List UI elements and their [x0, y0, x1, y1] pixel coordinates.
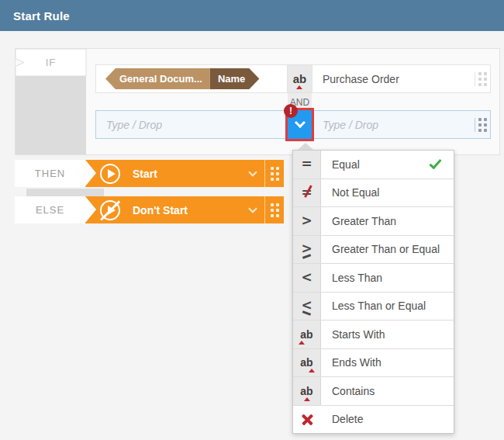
start-rule-editor: Start Rule IF General Docum... Name ab P… [0, 0, 504, 440]
else-label: ELSE [15, 196, 85, 223]
menu-item-greater-than[interactable]: > Greater Than [293, 206, 454, 235]
then-action-label: Start [133, 168, 157, 180]
dont-start-icon [100, 200, 120, 220]
then-label: THEN [15, 160, 85, 187]
less-than-icon: < [301, 271, 312, 284]
else-arrow [85, 196, 96, 223]
chevron-down-icon [294, 117, 305, 128]
if-label: IF [15, 48, 87, 77]
tag-source: General Docum... [105, 68, 210, 89]
menu-item-equal[interactable]: = Equal [293, 151, 454, 178]
drag-handle[interactable] [265, 196, 284, 223]
drag-handle[interactable] [265, 160, 284, 187]
greater-than-or-equal-icon: > [301, 242, 312, 258]
drag-handle[interactable] [475, 72, 490, 86]
condition1-value[interactable]: Purchase Order [312, 73, 475, 85]
then-action-bar[interactable]: Start [85, 160, 284, 187]
greater-than-icon: > [301, 214, 312, 227]
delete-icon [301, 413, 314, 426]
drag-handle[interactable] [475, 118, 490, 132]
contains-icon: ab [293, 73, 307, 85]
condition-row-1: General Docum... Name ab Purchase Order [95, 64, 491, 93]
condition1-right-field[interactable]: Purchase Order [312, 64, 491, 93]
condition1-left-field[interactable]: General Docum... Name [95, 64, 288, 93]
error-badge-icon: ! [284, 104, 298, 118]
then-arrow [85, 160, 96, 186]
if-left-rail [16, 76, 86, 154]
if-tab: IF [15, 48, 87, 77]
menu-item-contains[interactable]: ab Contains [293, 376, 454, 405]
drag-dots-icon [478, 72, 487, 86]
start-play-icon [100, 164, 120, 184]
menu-item-less-than-or-equal[interactable]: < Less Than or Equal [293, 292, 454, 320]
starts-with-icon: ab [300, 329, 312, 340]
menu-item-less-than[interactable]: < Less Than [293, 263, 454, 292]
menu-caret-icon [298, 143, 313, 150]
tag-property: Name [210, 68, 259, 89]
header-bar: Start Rule [0, 0, 504, 31]
condition2-left-field[interactable]: Type / Drop [95, 110, 288, 139]
field-tag[interactable]: General Docum... Name [105, 68, 259, 89]
menu-item-greater-than-or-equal[interactable]: > Greater Than or Equal [293, 235, 454, 264]
condition2-right-field[interactable]: Type / Drop [312, 110, 491, 139]
contains-icon: ab [300, 386, 312, 397]
menu-item-ends-with[interactable]: ab Ends With [293, 348, 454, 377]
drag-dots-icon [478, 118, 487, 132]
chevron-down-icon[interactable] [248, 168, 257, 176]
drag-dots-icon [271, 203, 279, 217]
condition1-operator-button[interactable]: ab [288, 64, 312, 93]
less-than-or-equal-icon: < [301, 299, 312, 314]
else-action-label: Don't Start [133, 204, 188, 217]
page-title: Start Rule [13, 9, 70, 23]
condition2-right-placeholder: Type / Drop [312, 119, 475, 131]
row-connector [26, 189, 104, 196]
selected-check-icon [430, 156, 442, 169]
menu-item-delete[interactable]: Delete [293, 405, 454, 434]
not-equal-icon: = [301, 186, 312, 199]
ends-with-icon: ab [300, 357, 312, 368]
drag-dots-icon [271, 167, 279, 181]
else-action-bar[interactable]: Don't Start [85, 196, 284, 223]
if-condition-group: IF General Docum... Name ab Purchase Ord… [15, 48, 500, 155]
operator-menu: = Equal = Not Equal > Greater Than > Gre… [292, 150, 454, 434]
equal-icon: = [301, 158, 312, 171]
condition2-left-placeholder: Type / Drop [96, 119, 287, 131]
menu-item-starts-with[interactable]: ab Starts With [293, 320, 454, 348]
menu-item-not-equal[interactable]: = Not Equal [293, 178, 454, 207]
chevron-down-icon[interactable] [248, 204, 257, 213]
